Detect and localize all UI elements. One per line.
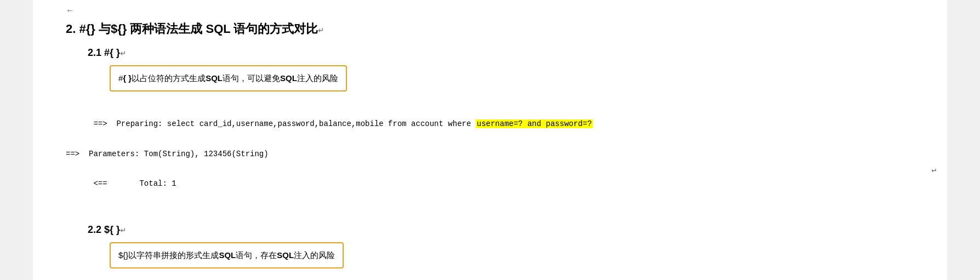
code-line-parameters-1: ==> Parameters: Tom(String), 123456(Stri… [66,147,914,161]
note-box-2-2: ${}以字符串拼接的形式生成SQL语句，存在SQL注入的风险 [110,242,344,268]
code-line-preparing-1: ==> Preparing: select card_id,username,p… [66,104,914,145]
note-box-2-1: #{ }以占位符的方式生成SQL语句，可以避免SQL注入的风险 [110,65,347,92]
code-line-preparing-2: ==> Preparing: select card_id,username,p… [66,276,914,281]
code-block-2-2: ==> Preparing: select card_id,username,p… [66,276,914,281]
section-2-2: 2.2 ${ }↵ ${}以字符串拼接的形式生成SQL语句，存在SQL注入的风险 [66,224,914,276]
back-arrow: ← [66,5,75,15]
code-line-total-1: <== Total: 1 ↵ [66,163,914,219]
subsection-title-2-2: 2.2 ${ }↵ [88,224,914,236]
highlight-1: username=? and password=? [476,119,593,128]
section-title: 2. #{} 与${} 两种语法生成 SQL 语句的方式对比↵ [66,21,914,37]
right-enter-arrow-1: ↵ [932,163,936,177]
section-2-1: 2.1 #{ }↵ #{ }以占位符的方式生成SQL语句，可以避免SQL注入的风… [66,47,914,99]
subsection-title-2-1: 2.1 #{ }↵ [88,47,914,59]
main-container: ← 2. #{} 与${} 两种语法生成 SQL 语句的方式对比↵ 2.1 #{… [33,0,947,280]
code-block-2-1: ==> Preparing: select card_id,username,p… [66,104,914,219]
